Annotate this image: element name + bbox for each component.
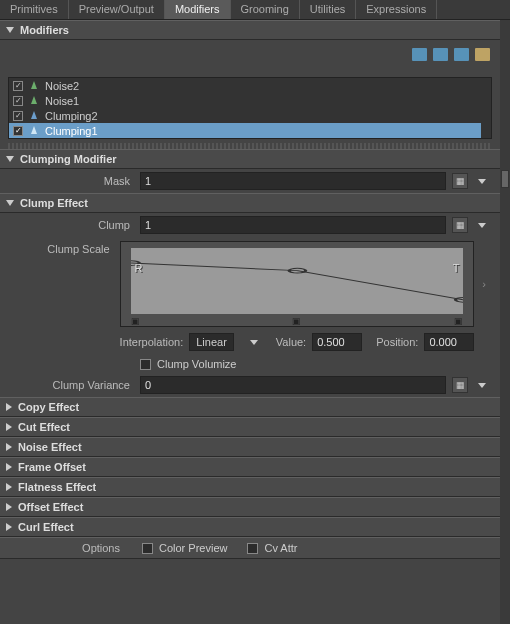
list-item-label: Noise1 [45,95,487,107]
collapse-icon [6,27,14,33]
scroll-thumb[interactable] [501,170,509,188]
tab-preview-output[interactable]: Preview/Output [69,0,165,19]
curve-plot [131,248,464,314]
copy-effect-header[interactable]: Copy Effect [0,397,500,417]
cv-attr-label: Cv Attr [264,542,297,554]
color-preview-label: Color Preview [159,542,227,554]
curve-handle-left-icon[interactable]: ▣ [131,316,140,326]
connect-map-icon[interactable]: ▦ [452,173,468,189]
expand-icon [6,483,12,491]
connect-map-icon[interactable]: ▦ [452,217,468,233]
section-title: Clump Effect [20,197,88,209]
section-title: Offset Effect [18,501,83,513]
collapse-icon [6,156,14,162]
expand-icon [6,523,12,531]
curve-position-input[interactable] [424,333,474,351]
curve-value-label: Value: [276,336,306,348]
curve-left-marker: R [135,262,143,274]
modifier-list-toolbar [0,48,500,65]
frame-offset-header[interactable]: Frame Offset [0,457,500,477]
variance-menu-icon[interactable] [474,377,490,393]
curve-value-input[interactable] [312,333,362,351]
clump-node-icon [29,111,39,121]
flatness-effect-header[interactable]: Flatness Effect [0,477,500,497]
collapse-icon [6,200,14,206]
mask-menu-icon[interactable] [474,173,490,189]
clump-variance-label: Clump Variance [10,379,140,391]
clump-node-icon [29,126,39,136]
list-item[interactable]: Clumping1 [9,123,491,138]
modifiers-section-header[interactable]: Modifiers [0,20,500,40]
enable-checkbox[interactable] [13,126,23,136]
options-label: Options [10,542,130,554]
enable-checkbox[interactable] [13,96,23,106]
section-title: Cut Effect [18,421,70,433]
tab-primitives[interactable]: Primitives [0,0,69,19]
expand-icon [6,503,12,511]
interpolation-dropdown-icon[interactable] [246,334,262,350]
clump-volumize-label: Clump Volumize [157,358,236,370]
mask-label: Mask [10,175,140,187]
connect-map-icon[interactable]: ▦ [452,377,468,393]
offset-effect-header[interactable]: Offset Effect [0,497,500,517]
list-item-label: Clumping2 [45,110,487,122]
list-item-label: Noise2 [45,80,487,92]
section-title: Clumping Modifier [20,153,117,165]
section-title: Curl Effect [18,521,74,533]
enable-checkbox[interactable] [13,111,23,121]
noise-effect-header[interactable]: Noise Effect [0,437,500,457]
interpolation-label: Interpolation: [120,336,184,348]
clumping-modifier-header[interactable]: Clumping Modifier [0,149,500,169]
tab-modifiers[interactable]: Modifiers [165,0,231,19]
curve-position-label: Position: [376,336,418,348]
curl-effect-header[interactable]: Curl Effect [0,517,500,537]
noise-node-icon [29,81,39,91]
list-item[interactable]: Noise2 [9,78,491,93]
move-up-icon[interactable] [412,48,427,61]
tab-bar: Primitives Preview/Output Modifiers Groo… [0,0,510,20]
list-item-label: Clumping1 [45,125,487,137]
curve-handle-right-icon[interactable]: ▣ [454,316,463,326]
main-scrollbar[interactable] [500,20,510,624]
list-item[interactable]: Noise1 [9,93,491,108]
interpolation-select[interactable]: Linear [189,333,234,351]
list-scrollbar[interactable] [481,78,491,138]
mask-input[interactable] [140,172,446,190]
noise-node-icon [29,96,39,106]
enable-checkbox[interactable] [13,81,23,91]
list-item[interactable]: Clumping2 [9,108,491,123]
color-preview-checkbox[interactable] [142,543,153,554]
section-title: Frame Offset [18,461,86,473]
expand-icon [6,423,12,431]
clump-effect-header[interactable]: Clump Effect [0,193,500,213]
interpolation-value: Linear [196,336,227,348]
expand-icon [6,443,12,451]
add-modifier-icon[interactable] [454,48,469,61]
cv-attr-checkbox[interactable] [247,543,258,554]
clump-volumize-checkbox[interactable] [140,359,151,370]
curve-expand-icon[interactable]: › [478,241,490,327]
clump-variance-input[interactable] [140,376,446,394]
tab-utilities[interactable]: Utilities [300,0,356,19]
section-title: Copy Effect [18,401,79,413]
expand-icon [6,403,12,411]
clump-label: Clump [10,219,140,231]
section-title: Modifiers [20,24,69,36]
curve-handle-mid-icon[interactable]: ▣ [292,316,301,326]
move-down-icon[interactable] [433,48,448,61]
cut-effect-header[interactable]: Cut Effect [0,417,500,437]
clump-scale-label: Clump Scale [10,241,120,255]
tab-expressions[interactable]: Expressions [356,0,437,19]
clump-input[interactable] [140,216,446,234]
tab-grooming[interactable]: Grooming [231,0,300,19]
expand-icon [6,463,12,471]
modifier-list: Noise2 Noise1 Clumping2 Clumping1 [8,77,492,139]
section-title: Flatness Effect [18,481,96,493]
open-folder-icon[interactable] [475,48,490,61]
section-title: Noise Effect [18,441,82,453]
curve-right-marker: T [453,262,460,274]
clump-scale-curve-editor[interactable]: R T ▣ ▣ ▣ [120,241,475,327]
clump-menu-icon[interactable] [474,217,490,233]
